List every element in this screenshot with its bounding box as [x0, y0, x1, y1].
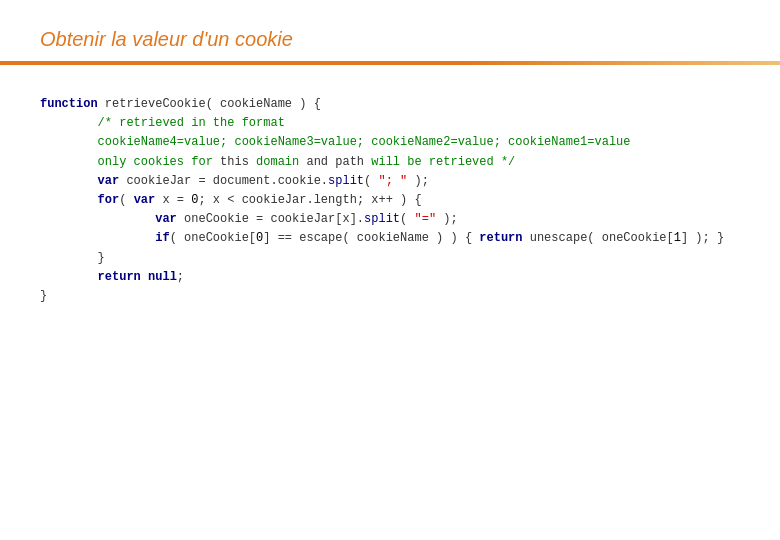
title-section: Obtenir la valeur d'un cookie	[0, 0, 780, 61]
page: Obtenir la valeur d'un cookie function r…	[0, 0, 780, 540]
code-block: function retrieveCookie( cookieName ) { …	[40, 95, 740, 306]
page-title: Obtenir la valeur d'un cookie	[40, 28, 740, 51]
code-section: function retrieveCookie( cookieName ) { …	[0, 65, 780, 326]
